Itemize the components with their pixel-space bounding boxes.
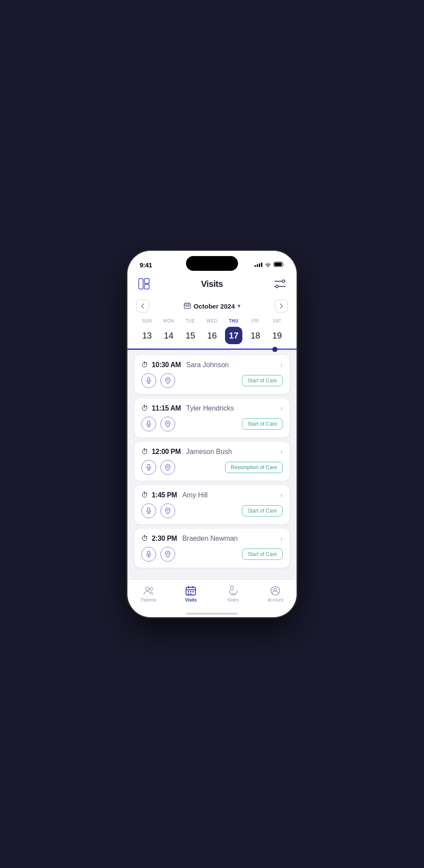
clock-icon-1: ⏱ [141, 361, 148, 369]
weekday-sun: SUN [136, 318, 158, 324]
visit-chevron-1: › [280, 361, 283, 369]
svg-point-38 [146, 587, 149, 591]
home-indicator-bar [186, 613, 238, 615]
date-17[interactable]: 17 [225, 327, 242, 344]
next-month-button[interactable] [275, 299, 288, 312]
weekday-wed: WED [201, 318, 223, 324]
visit-top-row-1: ⏱ 10:30 AM Sara Johnson › [141, 361, 283, 369]
visit-bottom-row-5: Start of Care [141, 547, 283, 562]
visit-patient-1: Sara Johnson [186, 361, 229, 369]
visit-time-3: 12:00 PM [152, 448, 181, 456]
visit-top-row-4: ⏱ 1:45 PM Amy Hill › [141, 491, 283, 499]
visit-chevron-3: › [280, 448, 283, 456]
phone-screen: 9:41 [127, 251, 297, 617]
date-14[interactable]: 14 [158, 327, 179, 344]
visit-bottom-row-1: Start of Care [141, 373, 283, 388]
date-18[interactable]: 18 [245, 327, 266, 344]
signal-bar-3 [259, 263, 260, 267]
svg-rect-48 [190, 593, 192, 595]
tab-notes[interactable]: Notes [212, 583, 254, 604]
location-button-3[interactable] [160, 460, 175, 475]
visits-list: ⏱ 10:30 AM Sara Johnson › [127, 350, 297, 579]
visit-time-name-3: ⏱ 12:00 PM Jameson Bush [141, 448, 232, 456]
svg-rect-15 [186, 306, 186, 307]
prev-month-button[interactable] [136, 299, 149, 312]
mic-button-3[interactable] [141, 460, 156, 475]
visit-card-3[interactable]: ⏱ 12:00 PM Jameson Bush › [134, 442, 290, 481]
svg-rect-45 [190, 591, 192, 592]
mic-button-4[interactable] [141, 503, 156, 518]
date-15[interactable]: 15 [179, 327, 201, 344]
filter-button[interactable] [272, 276, 288, 292]
visit-card-4[interactable]: ⏱ 1:45 PM Amy Hill › [134, 485, 290, 524]
visit-badge-4: Start of Care [242, 505, 283, 516]
visit-badge-5: Start of Care [242, 549, 283, 560]
battery-icon [274, 262, 284, 268]
date-16[interactable]: 16 [201, 327, 223, 344]
tab-notes-label: Notes [228, 598, 239, 602]
tab-visits[interactable]: Visits [170, 583, 212, 604]
svg-rect-47 [188, 593, 189, 595]
visit-time-2: 11:15 AM [152, 404, 181, 412]
svg-point-21 [167, 379, 169, 381]
visit-badge-2: Start of Care [242, 418, 283, 430]
location-button-2[interactable] [160, 417, 175, 431]
location-button-4[interactable] [160, 503, 175, 518]
month-nav: October 2024 ▾ [136, 297, 288, 318]
svg-point-53 [274, 588, 277, 591]
date-13[interactable]: 13 [136, 327, 158, 344]
clock-icon-3: ⏱ [141, 448, 148, 456]
calendar-divider [127, 349, 297, 350]
mic-button-5[interactable] [141, 547, 156, 562]
svg-point-29 [167, 466, 169, 467]
top-nav: Visits [127, 273, 297, 297]
visit-badge-3: Resumption of Care [225, 462, 283, 473]
signal-bar-4 [261, 263, 262, 267]
visit-card-5[interactable]: ⏱ 2:30 PM Braeden Newman › [134, 529, 290, 568]
svg-point-33 [167, 509, 169, 511]
clock-icon-4: ⏱ [141, 491, 148, 499]
svg-rect-26 [148, 464, 150, 468]
date-19[interactable]: 19 [266, 327, 288, 344]
visit-actions-5 [141, 547, 175, 562]
patients-icon [143, 585, 154, 596]
clock-icon-2: ⏱ [141, 404, 148, 412]
visit-badge-1: Start of Care [242, 375, 283, 386]
tab-account[interactable]: Account [254, 583, 297, 604]
visit-bottom-row-4: Start of Care [141, 503, 283, 518]
weekday-thu: THU [223, 318, 245, 324]
visit-card-1[interactable]: ⏱ 10:30 AM Sara Johnson › [134, 355, 290, 394]
svg-point-5 [282, 280, 285, 283]
visit-time-name-5: ⏱ 2:30 PM Braeden Newman [141, 535, 238, 542]
visit-time-name-2: ⏱ 11:15 AM Tyler Hendricks [141, 404, 234, 412]
visit-chevron-5: › [280, 535, 283, 542]
tab-patients[interactable]: Patients [127, 583, 170, 604]
layout-toggle-button[interactable] [136, 276, 152, 292]
calendar-header: October 2024 ▾ SUN MON TUE WED THU FRI S… [127, 297, 297, 349]
mic-button-1[interactable] [141, 373, 156, 388]
tab-account-label: Account [267, 598, 283, 602]
visit-time-1: 10:30 AM [152, 361, 181, 369]
week-days-row: SUN MON TUE WED THU FRI SAT [136, 318, 288, 324]
location-button-1[interactable] [160, 373, 175, 388]
tab-bar: Patients Visits [127, 579, 297, 613]
page-title: Visits [201, 279, 223, 289]
weekday-tue: TUE [179, 318, 201, 324]
clock-icon-5: ⏱ [141, 535, 148, 542]
mic-button-2[interactable] [141, 417, 156, 431]
month-label[interactable]: October 2024 ▾ [184, 302, 240, 310]
visit-bottom-row-3: Resumption of Care [141, 460, 283, 475]
week-dates-row: 13 14 15 16 17 18 19 [136, 327, 288, 344]
svg-point-8 [276, 285, 278, 288]
svg-rect-2 [139, 279, 143, 289]
status-icons [254, 262, 284, 268]
visit-card-2[interactable]: ⏱ 11:15 AM Tyler Hendricks › [134, 398, 290, 437]
visit-actions-1 [141, 373, 175, 388]
svg-rect-16 [187, 306, 188, 307]
visit-time-5: 2:30 PM [152, 535, 177, 542]
status-time: 9:41 [140, 261, 152, 269]
visit-chevron-2: › [280, 404, 283, 412]
location-button-5[interactable] [160, 547, 175, 562]
notes-icon [228, 585, 239, 596]
weekday-mon: MON [158, 318, 179, 324]
